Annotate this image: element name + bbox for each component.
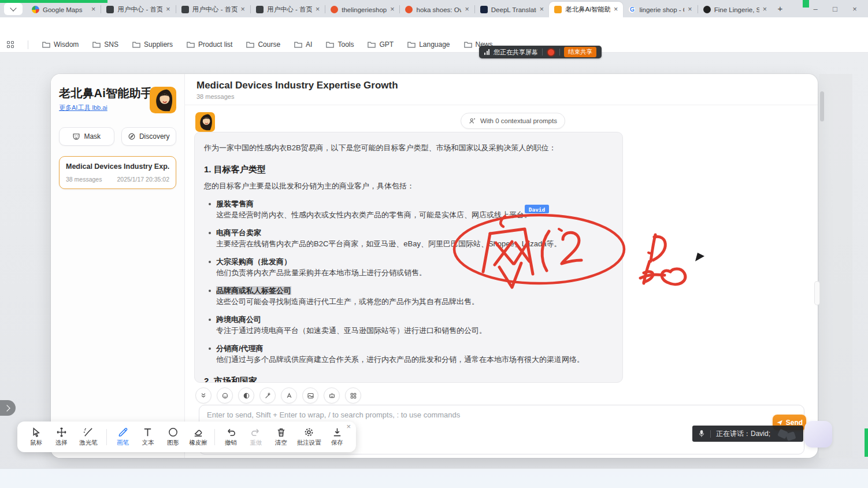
tool-annotation-settings[interactable]: 批注设置 [294,427,324,447]
tabs: Google Maps× 用户中心 - 首页× 用户中心 - 首页× 用户中心 … [27,0,772,17]
prompt-wand-button[interactable] [259,387,276,404]
discovery-button[interactable]: Discovery [121,127,177,146]
tool-mouse[interactable]: 鼠标 [24,427,48,447]
close-icon[interactable]: × [316,6,320,13]
tab-user-center-3[interactable]: 用户中心 - 首页× [251,2,325,17]
list-item: 大宗采购商（批发商）他们负责将内衣产品批量采购并在本地市场上进行分销或销售。 [209,256,613,279]
tab-list-button[interactable] [4,3,23,15]
floating-reaction-widget[interactable] [804,421,832,448]
bookmark-folder-course[interactable]: Course [246,40,280,49]
tool-eraser[interactable]: 橡皮擦 [186,427,210,447]
tab-user-center-1[interactable]: 用户中心 - 首页× [101,2,175,17]
google-favicon: G [628,6,636,13]
tab-ai-assistant-active[interactable]: 老北鼻Ai智能助手× [549,2,623,17]
taskbar: W 英 20:39 2025/01/17 20:39:41 [0,468,868,488]
bookmark-folder-suppliers[interactable]: Suppliers [132,40,173,49]
close-icon[interactable]: × [763,6,767,13]
close-icon[interactable]: × [688,6,692,13]
theme-button[interactable] [217,387,233,404]
bookmark-folder-language[interactable]: Language [407,40,450,49]
signal-bars-icon [484,49,489,55]
scrollbar-thumb[interactable] [820,91,824,121]
bookmark-folder-product-list[interactable]: Product list [187,40,232,49]
close-icon[interactable]: × [390,6,394,13]
assistant-avatar [195,112,215,132]
close-icon[interactable]: × [614,6,618,13]
tab-google-maps[interactable]: Google Maps× [27,2,101,17]
tab-lingerie-shop[interactable]: Glingerie shop - G× [623,2,697,17]
dark-mode-button[interactable] [238,387,254,404]
bookmarks-bar: Wisdom SNS Suppliers Product list Course… [0,37,868,53]
window-controls: – □ × [806,0,865,17]
tab-user-center-2[interactable]: 用户中心 - 首页× [176,2,250,17]
close-toolbar-icon[interactable]: × [346,423,351,430]
folder-icon [407,41,416,48]
scroll-to-bottom-button[interactable] [195,387,212,404]
tab-fine-lingerie[interactable]: Fine Lingerie, Sle× [698,2,772,17]
bookmark-folder-gpt[interactable]: GPT [368,40,394,49]
close-icon[interactable]: × [241,6,245,13]
panel-expand-handle[interactable] [0,400,16,416]
folder-icon [187,41,195,48]
new-tab-button[interactable]: + [774,3,786,13]
font-size-button[interactable] [281,387,297,404]
image-button[interactable] [302,387,318,404]
chat-app-window: 老北鼻Ai智能助手 更多AI工具 lbb.ai Mask Discovery M… [51,74,818,458]
tool-undo[interactable]: 撤销 [219,427,243,447]
close-icon[interactable]: × [166,6,170,13]
bookmark-folder-ai[interactable]: AI [294,40,312,49]
bookmark-folder-tools[interactable]: Tools [326,40,354,49]
close-window-button[interactable]: × [845,5,865,13]
tool-clear[interactable]: 清空 [269,427,293,447]
sidebar: 老北鼻Ai智能助手 更多AI工具 lbb.ai Mask Discovery M… [51,74,185,458]
browser-toolbar: ← → a12657915116.mini1-oai.autos ⋮ 您正在共享… [0,17,868,37]
chat-input-toolbar [195,387,361,404]
move-icon [56,427,67,438]
share-banner-text: 您正在共享屏幕 [494,48,538,57]
message-lead-1: 您的目标客户主要是以批发和分销为主的商业客户，具体包括： [204,180,613,192]
share-border-fragment [0,0,107,3]
scrollbar-thumb[interactable] [815,282,819,305]
download-icon [332,427,343,438]
robot-model-button[interactable] [324,387,340,404]
tool-select[interactable]: 选择 [49,427,73,447]
site-favicon [703,6,711,13]
chevron-down-icon [10,5,16,11]
recording-dot-icon [547,48,555,57]
stop-sharing-button[interactable]: 结束共享 [564,47,596,57]
tool-redo-disabled[interactable]: 重做 [244,427,268,447]
tool-laser-pointer[interactable]: 激光笔 [75,427,102,447]
tab-hoka-shoes[interactable]: hoka shoes: Ove× [400,2,474,17]
chat-title: Medical Devices Industry Expertise Growt… [196,80,806,91]
contextual-prompts-button[interactable]: With 0 contextual prompts [461,113,565,129]
plugins-grid-button[interactable] [345,387,361,404]
bookmark-folder-sns[interactable]: SNS [92,40,118,49]
pen-icon [117,427,128,438]
tool-save[interactable]: 保存 [325,427,349,447]
tool-pen-active[interactable]: 画笔 [111,427,135,447]
folder-icon [92,41,101,48]
message-section-1: 1. 目标客户类型 [204,163,613,176]
chat-item-message-count: 38 messages [66,176,102,183]
tool-shape[interactable]: 图形 [161,427,185,447]
bookmark-folder-wisdom[interactable]: Wisdom [42,40,79,49]
chevron-right-icon [3,405,10,411]
maximize-button[interactable]: □ [825,5,845,13]
laser-pen-icon [83,427,94,438]
mask-icon [72,132,80,141]
close-icon[interactable]: × [465,6,469,13]
mask-button[interactable]: Mask [59,127,114,146]
share-border-fragment [803,0,809,8]
tab-thelingerieshop[interactable]: thelingerieshop× [325,2,399,17]
tool-text[interactable]: 文本 [136,427,159,447]
deepl-favicon [480,6,488,13]
close-icon[interactable]: × [91,6,95,13]
message-section-2: 2. 市场和国家 [204,375,613,383]
tab-deepl[interactable]: DeepL Translate× [475,2,549,17]
chat-list-item-selected[interactable]: Medical Devices Industry Exp... 38 messa… [59,156,176,189]
prompts-person-icon [469,117,476,125]
apps-grid-icon[interactable] [7,41,14,48]
close-icon[interactable]: × [540,6,544,13]
circle-shape-icon [168,427,179,438]
more-ai-tools-link[interactable]: 更多AI工具 lbb.ai [59,103,107,112]
